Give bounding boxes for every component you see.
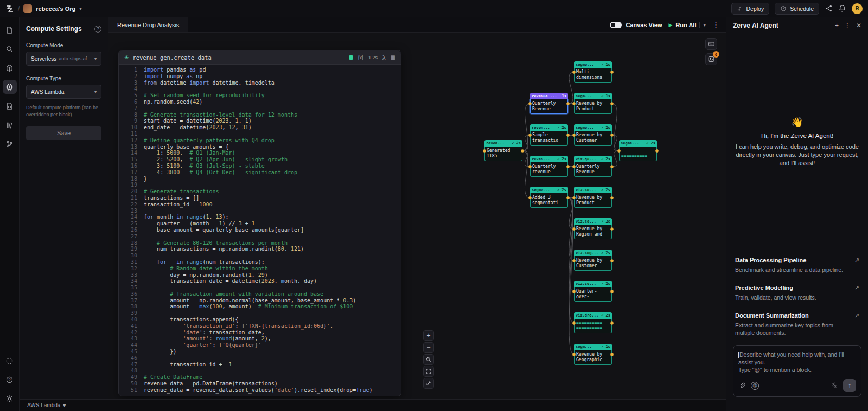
settings-gear-icon[interactable]	[3, 391, 17, 406]
compute-mode-label: Compute Mode	[26, 42, 101, 48]
status-compute-selector[interactable]: AWS Lambda ▾	[27, 402, 66, 408]
compute-settings-icon[interactable]	[3, 80, 17, 94]
arrow-up-right-icon: ↗	[854, 284, 859, 292]
files-icon[interactable]	[3, 23, 17, 37]
git-branch-icon[interactable]	[3, 137, 17, 151]
packages-icon[interactable]	[3, 61, 17, 75]
status-compute-value: AWS Lambda	[27, 402, 60, 408]
compute-mode-select[interactable]: Serverless auto-stops aft... ▾	[26, 52, 101, 66]
canvas-block-n11[interactable]: viz.se...✓ 2sRevenue byProduct	[574, 187, 612, 208]
canvas-menu-kebab-icon[interactable]: ⋮	[712, 21, 719, 29]
suggestion-card-data-processing[interactable]: Data Processing Pipeline ↗ Benchmark and…	[734, 254, 860, 277]
attach-paperclip-icon[interactable]	[738, 382, 746, 389]
canvas-area[interactable]: segme...✓ 1sMulti-dimensionarevenue_...1…	[108, 33, 726, 399]
search-icon[interactable]	[3, 42, 17, 56]
canvas-view-toggle[interactable]: Canvas View	[610, 22, 662, 28]
zoom-out-button[interactable]: −	[423, 342, 434, 353]
code-file-icon[interactable]	[3, 99, 17, 113]
agent-menu-kebab-icon[interactable]: ⋮	[844, 22, 851, 29]
loading-spinner-icon[interactable]	[3, 353, 17, 368]
agent-greeting-title: Hi, I'm the Zerve AI Agent!	[735, 132, 859, 139]
canvas-block-n4[interactable]: reven...✓ 2sSampletransactio	[530, 124, 568, 146]
compute-type-label: Compute Type	[26, 75, 101, 81]
canvas-block-n6[interactable]: reven...✓ 2sGenerated1185	[484, 140, 522, 161]
mic-off-icon[interactable]	[831, 382, 838, 389]
schedule-button[interactable]: Schedule	[775, 3, 819, 15]
lambda-icon[interactable]: λ	[382, 54, 386, 61]
canvas-block-n1[interactable]: segme...✓ 1sMulti-dimensiona	[574, 61, 612, 83]
canvas-block-n13[interactable]: viz.seg...✓ 2sRevenue byCustomer	[574, 250, 612, 271]
rocket-icon	[737, 5, 743, 12]
compute-mode-value: Serverless	[31, 56, 56, 62]
table-view-icon[interactable]: ▦	[391, 54, 395, 60]
user-avatar[interactable]: R	[852, 3, 863, 14]
code-editor-panel[interactable]: ✳ revenue_gen.create_data {x} 1.2s λ ▦ 1…	[118, 50, 401, 396]
zoom-in-button[interactable]: +	[423, 330, 434, 341]
canvas-block-n3[interactable]: segm...✓ 1sRevenue byProduct	[574, 93, 612, 114]
compute-settings-panel: Compute Settings ? Compute Mode Serverle…	[20, 17, 108, 399]
arrow-up-right-icon: ↗	[854, 312, 859, 319]
help-circle-icon[interactable]: ?	[3, 372, 17, 387]
svg-text:?: ?	[9, 378, 11, 382]
canvas-block-n15[interactable]: viz.dro...✓ 2s====================	[574, 312, 612, 333]
new-chat-plus-icon[interactable]: +	[835, 22, 839, 29]
zerve-logo-icon[interactable]	[5, 4, 14, 13]
snapshots-button[interactable]: 6	[705, 53, 717, 65]
shortcut-keys-button[interactable]	[705, 38, 717, 50]
canvas-block-n16[interactable]: segm...✓ 1sRevenue byGeographic	[574, 344, 612, 365]
wave-emoji-icon: 👋	[735, 116, 859, 128]
compute-type-select[interactable]: AWS Lambda ▾	[26, 85, 101, 99]
run-all-chevron-icon[interactable]: ▾	[699, 22, 706, 28]
topbar: / rebecca's Org ▾ Deploy Schedule R	[0, 0, 868, 17]
agent-greeting-text: I can help you write, debug, and optimiz…	[735, 143, 859, 167]
zoom-fit-button[interactable]	[423, 354, 434, 365]
suggestion-title: Predictive Modelling	[735, 284, 793, 291]
org-chevron-down-icon[interactable]: ▾	[79, 6, 82, 11]
canvas-block-n7[interactable]: segme...✓ 2s====================	[619, 140, 657, 161]
canvas-block-n8[interactable]: reven...✓ 2sQuarterlyrevenue	[530, 156, 568, 177]
chevron-down-icon: ▾	[94, 90, 97, 94]
fullscreen-button[interactable]	[423, 366, 434, 377]
notifications-bell-icon[interactable]	[838, 4, 846, 12]
variables-icon[interactable]: {x}	[358, 55, 364, 60]
resize-diagonal-button[interactable]	[423, 378, 434, 389]
suggestion-card-predictive-modelling[interactable]: Predictive Modelling ↗ Train, validate, …	[734, 281, 860, 305]
run-status-icon	[349, 55, 353, 60]
icon-sidebar: ?	[0, 17, 20, 411]
canvas-block-n10[interactable]: segme...✓ 2sAdded 3segmentati	[530, 187, 568, 208]
suggestion-desc: Benchmark and streamline a data pipeline…	[735, 266, 846, 274]
save-button[interactable]: Save	[26, 126, 101, 140]
mention-icon[interactable]: @	[751, 382, 759, 390]
agent-chat-input[interactable]: Describe what you need help with, and I'…	[733, 345, 861, 397]
library-icon[interactable]	[3, 118, 17, 132]
tab-revenue-drop-analysis[interactable]: Revenue Drop Analysis	[108, 17, 188, 32]
canvas-block-n9[interactable]: viz.qu...✓ 2sQuarterlyRevenue	[574, 156, 612, 177]
agent-panel: Zerve AI Agent + ⋮ ✕ 👋 Hi, I'm the Zerve…	[726, 17, 868, 411]
tab-bar: Revenue Drop Analysis Canvas View ▶ Run …	[108, 17, 726, 33]
canvas-block-n12[interactable]: viz.se...✓ 2sRevenue byRegion and	[574, 218, 612, 239]
share-icon[interactable]	[825, 4, 833, 12]
help-icon[interactable]: ?	[94, 26, 101, 33]
canvas-block-n5[interactable]: segme...✓ 2sRevenue byCustomer	[574, 124, 612, 146]
org-name[interactable]: rebecca's Org	[36, 5, 75, 12]
editor-block-title: revenue_gen.create_data	[132, 54, 344, 61]
status-bar: AWS Lambda ▾	[20, 399, 726, 411]
compute-mode-hint: auto-stops aft...	[59, 56, 92, 61]
compute-settings-title: Compute Settings	[26, 25, 82, 33]
close-icon[interactable]: ✕	[856, 22, 861, 29]
breadcrumb-separator: /	[18, 5, 20, 12]
send-button[interactable]: ↑	[843, 379, 856, 392]
org-avatar	[23, 4, 32, 13]
canvas-block-n2[interactable]: revenue_...1sQuarterlyRevenue	[530, 93, 568, 114]
code-lines[interactable]: 1import pandas as pd2import numpy as np3…	[119, 65, 401, 396]
suggestion-title: Document Summarization	[735, 312, 809, 319]
run-all-button[interactable]: ▶ Run All ▾	[668, 22, 706, 28]
editor-header: ✳ revenue_gen.create_data {x} 1.2s λ ▦	[119, 50, 401, 65]
compute-helper-text: Default compute platform (can be overrid…	[26, 104, 101, 118]
canvas-block-n14[interactable]: viz.co...✓ 2sQuarter-over-	[574, 281, 612, 302]
status-chevron-down-icon: ▾	[63, 402, 66, 408]
agent-suggestions: Data Processing Pipeline ↗ Benchmark and…	[726, 254, 868, 340]
deploy-button[interactable]: Deploy	[731, 3, 770, 15]
suggestion-card-document-summarization[interactable]: Document Summarization ↗ Extract and sum…	[734, 309, 860, 340]
arrow-up-right-icon: ↗	[854, 257, 859, 264]
